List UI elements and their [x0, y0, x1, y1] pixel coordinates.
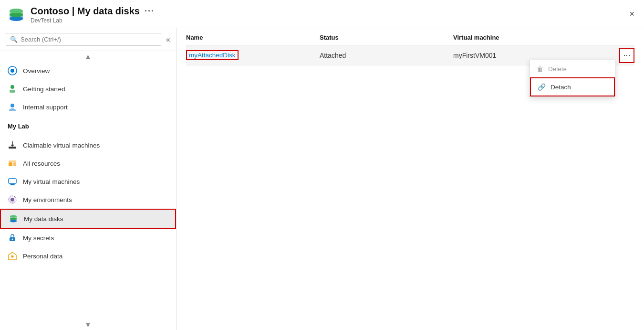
svg-rect-14	[9, 160, 16, 162]
collapse-sidebar-btn[interactable]: «	[166, 35, 170, 44]
col-header-vm: Virtual machine	[453, 34, 634, 41]
sidebar-item-all-resources[interactable]: All resources	[0, 154, 176, 172]
overview-icon	[8, 66, 17, 75]
svg-point-7	[10, 69, 14, 73]
sidebar-item-getting-started[interactable]: Getting started	[0, 80, 176, 98]
svg-point-5	[10, 9, 23, 13]
context-menu-detach[interactable]: 🔗 Detach	[530, 77, 615, 96]
sidebar-item-claimable-vms[interactable]: Claimable virtual machines	[0, 136, 176, 154]
sidebar-item-getting-started-label: Getting started	[23, 85, 65, 93]
sidebar-scroll-down[interactable]: ▼	[0, 319, 176, 330]
svg-point-10	[10, 104, 14, 107]
svg-point-28	[11, 255, 14, 258]
trash-icon: 🗑	[537, 65, 543, 73]
search-icon: 🔍	[10, 36, 18, 43]
sidebar-item-personal-data-label: Personal data	[23, 253, 62, 260]
sidebar: 🔍 « ▲ Overview Getting started	[0, 28, 177, 330]
sidebar-item-overview-label: Overview	[23, 67, 50, 75]
page-subtitle: DevTest Lab	[31, 17, 155, 24]
my-environments-icon	[8, 195, 17, 204]
sidebar-scroll-up[interactable]: ▲	[0, 51, 176, 62]
close-button[interactable]: ×	[629, 10, 634, 18]
svg-rect-15	[9, 179, 16, 183]
cell-status: Attached	[320, 52, 453, 59]
sidebar-item-my-environments[interactable]: My environments	[0, 191, 176, 209]
section-my-lab: My Lab	[0, 116, 176, 132]
col-header-name: Name	[186, 34, 320, 41]
detach-icon: 🔗	[538, 83, 546, 91]
my-secrets-icon	[8, 233, 17, 243]
page-title-text: Contoso | My data disks	[31, 6, 140, 17]
title-more-btn[interactable]: ···	[145, 6, 155, 16]
svg-point-25	[10, 215, 17, 218]
page-title: Contoso | My data disks ···	[31, 6, 155, 17]
svg-rect-9	[10, 90, 15, 93]
table-row: myAttachedDisk Attached myFirstVM001 ···…	[186, 45, 634, 65]
svg-point-18	[10, 198, 14, 202]
col-header-status: Status	[320, 34, 453, 41]
sidebar-item-internal-support[interactable]: Internal support	[0, 98, 176, 116]
cell-name: myAttachedDisk	[186, 50, 320, 60]
claimable-vm-icon	[8, 140, 17, 150]
sidebar-item-overview[interactable]: Overview	[0, 62, 176, 80]
context-menu-delete[interactable]: 🗑 Delete	[530, 60, 615, 77]
main-layout: 🔍 « ▲ Overview Getting started	[0, 28, 644, 330]
svg-rect-12	[9, 162, 12, 166]
sidebar-item-all-resources-label: All resources	[23, 160, 60, 167]
context-menu: 🗑 Delete 🔗 Detach	[530, 60, 615, 97]
title-bar: Contoso | My data disks ··· DevTest Lab …	[0, 0, 644, 28]
detach-label: Detach	[551, 84, 571, 91]
row-more-button[interactable]: ···	[619, 48, 634, 63]
sidebar-nav: Overview Getting started Internal suppor…	[0, 62, 176, 319]
content-area: Name Status Virtual machine myAttachedDi…	[177, 28, 644, 330]
svg-rect-13	[13, 162, 16, 166]
svg-point-8	[10, 85, 14, 89]
disk-link[interactable]: myAttachedDisk	[186, 50, 239, 60]
table-header: Name Status Virtual machine	[186, 28, 634, 45]
internal-support-icon	[8, 102, 17, 112]
sidebar-item-my-secrets-label: My secrets	[23, 234, 54, 242]
my-lab-divider	[8, 134, 168, 134]
sidebar-item-my-vms[interactable]: My virtual machines	[0, 172, 176, 191]
search-bar[interactable]: 🔍	[6, 33, 161, 46]
sidebar-item-claimable-vms-label: Claimable virtual machines	[23, 142, 100, 149]
sidebar-item-personal-data[interactable]: Personal data	[0, 247, 176, 265]
sidebar-item-my-data-disks[interactable]: My data disks	[0, 209, 176, 229]
sidebar-item-my-vms-label: My virtual machines	[23, 178, 80, 185]
delete-label: Delete	[548, 65, 567, 73]
title-block: Contoso | My data disks ··· DevTest Lab	[31, 6, 155, 24]
cell-vm: myFirstVM001	[453, 52, 634, 59]
all-resources-icon	[8, 159, 17, 168]
app-logo	[8, 6, 25, 23]
personal-data-icon	[8, 251, 17, 261]
svg-rect-11	[9, 147, 16, 149]
svg-point-27	[12, 239, 13, 240]
sidebar-item-internal-support-label: Internal support	[23, 104, 68, 111]
my-data-disks-icon	[9, 214, 18, 224]
getting-started-icon	[8, 84, 17, 94]
sidebar-item-my-secrets[interactable]: My secrets	[0, 229, 176, 247]
sidebar-item-my-environments-label: My environments	[23, 196, 72, 203]
search-input[interactable]	[21, 36, 157, 43]
my-vms-icon	[8, 177, 17, 186]
sidebar-item-my-data-disks-label: My data disks	[24, 215, 63, 223]
